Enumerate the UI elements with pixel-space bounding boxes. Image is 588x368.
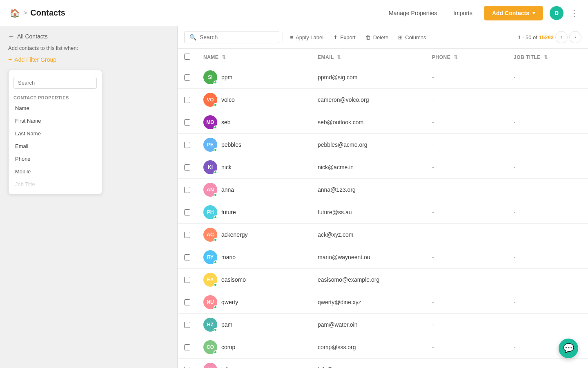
contact-name-cell: HZ pam [203, 318, 305, 332]
pagination-next-button[interactable]: › [569, 31, 581, 43]
row-checkbox[interactable] [184, 119, 190, 126]
dropdown-search-input[interactable] [13, 77, 97, 89]
contact-email: pebbles@acme.org [318, 141, 368, 148]
row-phone-cell: - [425, 201, 507, 224]
columns-button[interactable]: ⊞ Columns [394, 32, 430, 43]
pagination-total[interactable]: 15292 [539, 34, 554, 40]
imports-button[interactable]: Imports [448, 7, 477, 20]
contact-name[interactable]: comp [221, 344, 235, 350]
row-name-cell: KI nick [197, 156, 311, 179]
contact-phone: - [432, 119, 434, 126]
main-layout: ← All Contacts Add contacts to this list… [0, 26, 588, 368]
pagination-prev-button[interactable]: ‹ [555, 31, 568, 43]
contact-name[interactable]: ppm [221, 74, 232, 81]
table-row: EA easisomo easisomo@example.org - - [178, 269, 588, 291]
dropdown-item-lastname[interactable]: Last Name [9, 127, 102, 140]
add-filter-group-button[interactable]: + Add Filter Group [8, 56, 169, 63]
contact-phone: - [432, 276, 434, 283]
row-checkbox[interactable] [184, 209, 190, 215]
contact-phone: - [432, 74, 434, 81]
delete-button[interactable]: 🗑 Delete [361, 32, 393, 43]
contact-name-cell: EA easisomo [203, 273, 305, 287]
row-checkbox[interactable] [184, 232, 190, 238]
avatar: AC [203, 228, 217, 242]
row-email-cell: comp@sss.org [311, 336, 425, 359]
search-input[interactable] [200, 34, 274, 40]
dropdown-item-jobtitle[interactable]: Job Title [9, 178, 102, 191]
contact-name[interactable]: info [221, 366, 231, 368]
contact-jobtitle: - [514, 96, 516, 103]
columns-icon: ⊞ [398, 34, 403, 40]
row-checkbox[interactable] [184, 74, 190, 81]
row-checkbox-cell [178, 201, 197, 224]
back-link[interactable]: ← All Contacts [8, 33, 169, 40]
contact-phone: - [432, 141, 434, 148]
row-checkbox[interactable] [184, 254, 190, 260]
avatar: PH [203, 205, 217, 219]
chat-button[interactable]: 💬 [559, 339, 578, 358]
contact-name[interactable]: seb [221, 119, 231, 126]
row-checkbox-cell [178, 111, 197, 134]
contact-name[interactable]: nick [221, 164, 232, 171]
row-email-cell: anna@123.org [311, 179, 425, 201]
row-checkbox[interactable] [184, 299, 190, 305]
row-name-cell: SI ppm [197, 66, 311, 89]
row-phone-cell: - [425, 359, 507, 368]
contact-email: comp@sss.org [318, 344, 356, 350]
th-jobtitle[interactable]: JOB TITLE ⇅ [507, 49, 588, 66]
apply-label-button[interactable]: ≡ Apply Label [286, 32, 328, 43]
row-checkbox[interactable] [184, 164, 190, 171]
row-checkbox-cell [178, 314, 197, 336]
row-checkbox[interactable] [184, 367, 190, 368]
contact-name[interactable]: pam [221, 321, 232, 328]
avatar: AN [203, 363, 217, 368]
home-icon[interactable]: 🏠 [10, 8, 20, 18]
row-checkbox[interactable] [184, 277, 190, 283]
row-phone-cell: - [425, 111, 507, 134]
dropdown-item-firstname[interactable]: First Name [9, 114, 102, 127]
dropdown-item-email[interactable]: Email [9, 140, 102, 153]
table-row: AC ackenergy ack@xyz.com - - [178, 224, 588, 246]
row-checkbox[interactable] [184, 344, 190, 350]
contact-name[interactable]: mario [221, 254, 236, 260]
table-header-row: NAME ⇅ EMAIL ⇅ PHONE ⇅ JOB TITLE ⇅ [178, 49, 588, 66]
contact-name[interactable]: anna [221, 186, 234, 193]
contact-name[interactable]: future [221, 209, 236, 215]
dropdown-item-mobile[interactable]: Mobile [9, 165, 102, 178]
row-phone-cell: - [425, 336, 507, 359]
contact-jobtitle: - [514, 209, 516, 215]
select-all-checkbox[interactable] [184, 54, 190, 60]
table-row: PH future future@ss.au - - [178, 201, 588, 224]
contact-email: mario@wayneent.ou [318, 254, 370, 260]
dropdown-item-phone[interactable]: Phone [9, 153, 102, 165]
online-dot [214, 126, 217, 129]
th-name[interactable]: NAME ⇅ [197, 49, 311, 66]
back-label: All Contacts [17, 33, 48, 40]
contact-name[interactable]: ackenergy [221, 231, 248, 238]
contact-name[interactable]: easisomo [221, 276, 246, 283]
row-checkbox[interactable] [184, 142, 190, 148]
th-phone[interactable]: PHONE ⇅ [425, 49, 507, 66]
avatar[interactable]: D [550, 6, 564, 20]
pagination-buttons: ‹ › [555, 31, 581, 43]
export-icon: ⬆ [333, 34, 338, 40]
row-checkbox[interactable] [184, 97, 190, 103]
jobtitle-sort-icon: ⇅ [544, 54, 548, 60]
more-options-button[interactable]: ⋮ [570, 8, 578, 18]
contact-name[interactable]: pebbles [221, 141, 241, 148]
row-name-cell: AN info [197, 359, 311, 368]
th-email[interactable]: EMAIL ⇅ [311, 49, 425, 66]
row-checkbox[interactable] [184, 322, 190, 328]
contact-name[interactable]: volco [221, 96, 235, 103]
contact-email: anna@123.org [318, 186, 356, 193]
contact-name[interactable]: qwerty [221, 299, 238, 305]
dropdown-item-name[interactable]: Name [9, 102, 102, 114]
table-row: VO volco cameron@volco.org - - [178, 89, 588, 111]
manage-properties-button[interactable]: Manage Properties [384, 7, 442, 20]
add-contacts-button[interactable]: Add Contacts ▾ [484, 6, 543, 20]
row-name-cell: EA easisomo [197, 269, 311, 291]
export-button[interactable]: ⬆ Export [329, 32, 360, 43]
contact-email: ppmd@sig.com [318, 74, 357, 81]
dropdown-section-title: CONTACT PROPERTIES [9, 92, 102, 102]
row-checkbox[interactable] [184, 187, 190, 193]
